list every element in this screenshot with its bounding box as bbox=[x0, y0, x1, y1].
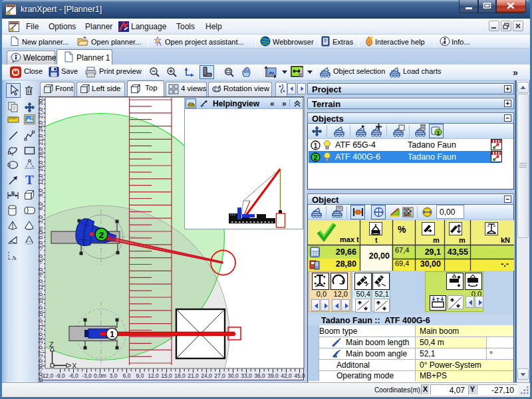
svg-text:3,0: 3,0 bbox=[38, 215, 44, 223]
svg-text:27,0: 27,0 bbox=[214, 372, 225, 379]
svg-text:15,0: 15,0 bbox=[38, 160, 44, 172]
svg-text:18,0: 18,0 bbox=[174, 372, 186, 379]
svg-text:30,0: 30,0 bbox=[38, 96, 44, 105]
svg-text:-9,0: -9,0 bbox=[55, 372, 65, 379]
svg-text:2: 2 bbox=[99, 230, 104, 240]
svg-text:30,0: 30,0 bbox=[227, 372, 239, 379]
svg-text:9,0: 9,0 bbox=[38, 189, 44, 197]
svg-text:Z: Z bbox=[49, 340, 54, 348]
svg-text:12,0: 12,0 bbox=[148, 372, 159, 379]
svg-text:-12,0: -12,0 bbox=[38, 279, 44, 293]
svg-text:-6,0: -6,0 bbox=[38, 254, 44, 264]
svg-text:27,0: 27,0 bbox=[38, 107, 44, 118]
svg-text:-33,0: -33,0 bbox=[38, 372, 44, 382]
svg-text:-6,0: -6,0 bbox=[68, 372, 78, 379]
svg-text:1: 1 bbox=[314, 142, 318, 150]
svg-text:36,0: 36,0 bbox=[254, 372, 265, 379]
svg-text:45,0: 45,0 bbox=[294, 372, 305, 379]
svg-text:-9,0: -9,0 bbox=[38, 267, 44, 277]
svg-text:-24,0: -24,0 bbox=[38, 332, 44, 346]
svg-text:18,0: 18,0 bbox=[38, 147, 44, 158]
svg-text:-3,0: -3,0 bbox=[82, 372, 92, 379]
svg-text:24,0: 24,0 bbox=[201, 372, 212, 379]
svg-text:1: 1 bbox=[110, 330, 114, 339]
svg-text:3,0: 3,0 bbox=[110, 372, 118, 379]
svg-text:33,0: 33,0 bbox=[241, 372, 252, 379]
svg-text:2: 2 bbox=[314, 154, 318, 162]
svg-text:-3,0: -3,0 bbox=[38, 241, 44, 251]
svg-text:B: B bbox=[11, 191, 15, 196]
svg-text:42,0: 42,0 bbox=[281, 372, 292, 379]
svg-text:1: 1 bbox=[436, 130, 440, 136]
svg-text:21,0: 21,0 bbox=[38, 134, 44, 145]
svg-text:0,0m: 0,0m bbox=[94, 372, 106, 379]
svg-text:15,0: 15,0 bbox=[161, 372, 172, 379]
svg-text:-21,0: -21,0 bbox=[38, 319, 44, 332]
svg-text:12,0: 12,0 bbox=[38, 174, 44, 185]
svg-text:-30,0: -30,0 bbox=[38, 359, 44, 372]
svg-text:39,0: 39,0 bbox=[267, 372, 279, 379]
svg-text:6,0: 6,0 bbox=[38, 202, 44, 210]
svg-text:21,0: 21,0 bbox=[188, 372, 199, 379]
svg-text:-15,0: -15,0 bbox=[38, 293, 44, 306]
svg-text:-18,0: -18,0 bbox=[38, 306, 44, 319]
svg-text:0,0m: 0,0m bbox=[38, 227, 44, 239]
svg-text:24,0: 24,0 bbox=[38, 120, 44, 132]
svg-text:6,0: 6,0 bbox=[123, 372, 131, 379]
svg-text:T: T bbox=[436, 297, 440, 303]
svg-text:-27,0: -27,0 bbox=[38, 346, 44, 359]
svg-text:9,0: 9,0 bbox=[136, 372, 144, 379]
